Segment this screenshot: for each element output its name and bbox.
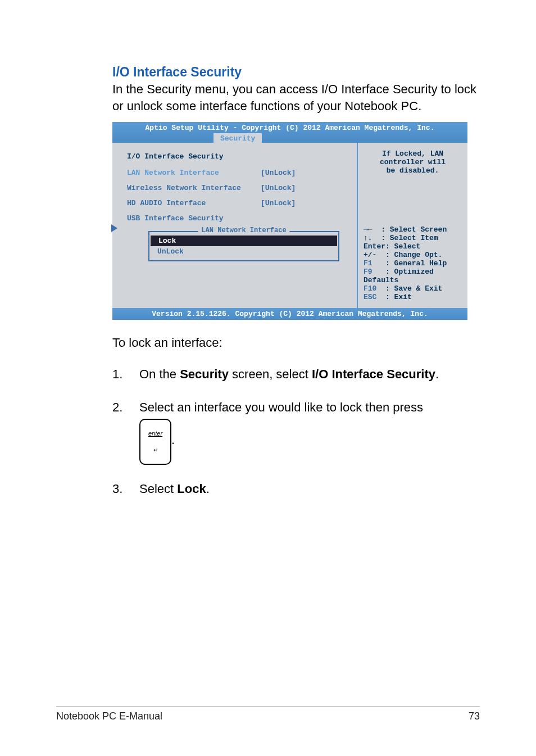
help-key: Defaults [364, 276, 462, 284]
bios-row-audio: HD AUDIO Interface [UnLock] [115, 197, 349, 209]
step-text: On the [139, 367, 180, 381]
page-number: 73 [469, 710, 480, 722]
bios-row-lan: LAN Network Interface [UnLock] [115, 167, 349, 179]
bios-help-panel: If Locked, LAN controller will be disabl… [358, 143, 467, 308]
step-bold: Lock [177, 482, 206, 496]
help-key: F10 : Save & Exit [364, 284, 462, 293]
step-3: 3. Select Lock. [112, 481, 480, 498]
step-number: 2. [112, 399, 139, 464]
step-text: . [206, 482, 210, 496]
intro-paragraph: In the Security menu, you can access I/O… [112, 81, 480, 114]
bios-row-value: [UnLock] [261, 169, 296, 177]
bios-row-value: [UnLock] [261, 199, 296, 207]
bios-panel-title: I/O Interface Security [115, 151, 349, 162]
help-line: be disabled. [364, 166, 462, 175]
footer-title: Notebook PC E-Manual [56, 710, 162, 722]
bios-header-title: Aptio Setup Utility - Copyright (C) 2012… [112, 124, 467, 133]
enter-key-icon: enter ↵ [139, 419, 171, 465]
step-bold: I/O Interface Security [312, 367, 435, 381]
step-2: 2. Select an interface you would like to… [112, 399, 480, 464]
help-key: F1 : General Help [364, 259, 462, 268]
bios-row-label: Wireless Network Interface [115, 184, 261, 192]
bios-row-usb-submenu: USB Interface Security [115, 212, 349, 224]
step-bold: Security [180, 367, 229, 381]
step-text: . [171, 433, 175, 447]
return-arrow-icon: ↵ [153, 447, 158, 453]
page-footer: Notebook PC E-Manual 73 [56, 707, 480, 722]
bios-left-panel: I/O Interface Security LAN Network Inter… [112, 143, 358, 308]
step-text: Select [139, 482, 177, 496]
steps-intro: To lock an interface: [112, 336, 480, 350]
help-line: If Locked, LAN [364, 150, 462, 158]
step-text: . [435, 367, 439, 381]
step-1: 1. On the Security screen, select I/O In… [112, 366, 480, 383]
keycap-label: enter [148, 430, 162, 437]
bios-popup-title: LAN Network Interface [198, 227, 289, 234]
step-text: screen, select [229, 367, 312, 381]
bios-screenshot: Aptio Setup Utility - Copyright (C) 2012… [112, 122, 467, 320]
step-number: 3. [112, 481, 139, 498]
help-key: +/- : Change Opt. [364, 251, 462, 259]
bios-tab-security: Security [214, 133, 262, 143]
bios-popup-option-unlock: UnLock [149, 246, 338, 257]
help-key: ↑↓ : Select Item [364, 234, 462, 242]
bios-row-wireless: Wireless Network Interface [UnLock] [115, 182, 349, 194]
help-key: Enter: Select [364, 242, 462, 251]
bios-footer: Version 2.15.1226. Copyright (C) 2012 Am… [112, 308, 467, 320]
bios-row-label: HD AUDIO Interface [115, 199, 261, 207]
bios-header: Aptio Setup Utility - Copyright (C) 2012… [112, 122, 467, 143]
bios-popup: LAN Network Interface Lock UnLock [148, 231, 339, 261]
step-text: Select an interface you would like to lo… [139, 400, 423, 414]
triangle-icon [111, 224, 117, 232]
bios-row-label: LAN Network Interface [115, 169, 261, 177]
section-heading: I/O Interface Security [112, 65, 480, 80]
bios-row-label: USB Interface Security [115, 214, 261, 223]
help-line: controller will [364, 158, 462, 166]
bios-row-value: [UnLock] [261, 184, 296, 192]
bios-popup-option-lock: Lock [151, 236, 337, 246]
help-key: F9 : Optimized [364, 268, 462, 276]
step-number: 1. [112, 366, 139, 383]
help-key: ESC : Exit [364, 293, 462, 301]
help-key: →← : Select Screen [364, 225, 462, 234]
